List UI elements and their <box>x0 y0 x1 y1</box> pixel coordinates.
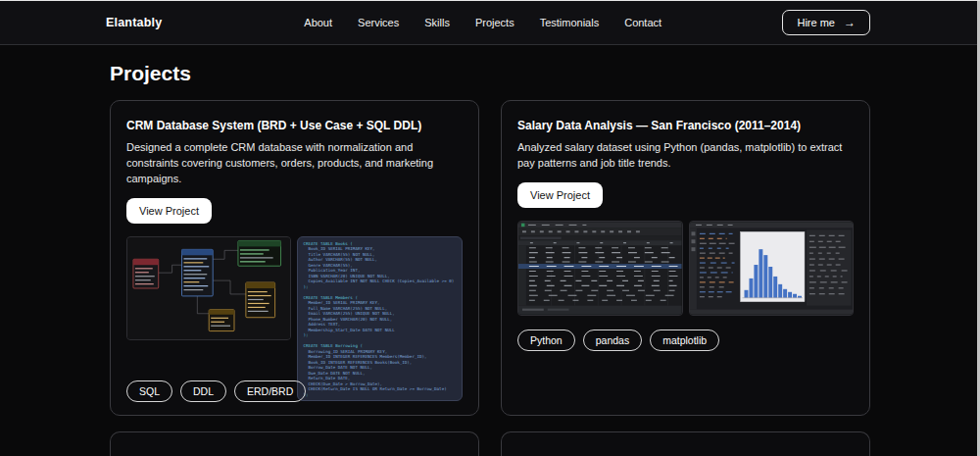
project-thumbnails: CREATE TABLE Books ( Book_ID SERIAL PRIM… <box>126 236 463 401</box>
tag-pill[interactable]: pandas <box>583 329 642 351</box>
tag-pill[interactable]: matplotlib <box>650 329 719 351</box>
project-card-salary: Salary Data Analysis — San Francisco (20… <box>501 100 870 416</box>
nav-link[interactable]: Skills <box>424 17 450 28</box>
nav-link[interactable]: Testimonials <box>540 17 600 28</box>
nav-link[interactable]: About <box>304 17 332 28</box>
tag-list: Pythonpandasmatplotlib <box>517 329 854 351</box>
project-title: CRM Database System (BRD + Use Case + SQ… <box>126 119 463 132</box>
portfolio-page: Elantably AboutServicesSkillsProjectsTes… <box>0 0 980 456</box>
code-line: CHECK(Return_Date IS NULL OR Return_Date… <box>303 386 457 392</box>
code-line: ); <box>303 392 457 398</box>
projects-grid-next-row <box>110 431 870 456</box>
view-project-button[interactable]: View Project <box>517 182 603 208</box>
tag-pill[interactable]: Python <box>517 329 575 351</box>
nav-link[interactable]: Projects <box>475 17 514 28</box>
nav-links: AboutServicesSkillsProjectsTestimonialsC… <box>304 17 662 28</box>
tag-pill[interactable]: SQL <box>126 380 172 402</box>
code-line: Copies_Available INT NOT NULL CHECK (Cop… <box>303 279 457 284</box>
projects-grid: CRM Database System (BRD + Use Case + SQ… <box>110 100 870 416</box>
nav-link[interactable]: Contact <box>624 17 662 28</box>
project-card-partial <box>110 431 479 456</box>
arrow-right-icon: → <box>844 17 856 28</box>
page-title: Projects <box>110 62 870 85</box>
spreadsheet-thumbnail[interactable] <box>517 221 683 316</box>
tag-pill[interactable]: DDL <box>180 380 226 402</box>
project-description: Analyzed salary dataset using Python (pa… <box>517 140 854 172</box>
brand-logo[interactable]: Elantably <box>106 16 162 29</box>
nav-link[interactable]: Services <box>358 17 399 28</box>
project-description: Designed a complete CRM database with no… <box>126 140 463 187</box>
project-card-crm: CRM Database System (BRD + Use Case + SQ… <box>110 100 479 416</box>
sql-code-thumbnail[interactable]: CREATE TABLE Books ( Book_ID SERIAL PRIM… <box>297 236 463 401</box>
notebook-histogram-thumbnail[interactable] <box>689 221 855 316</box>
project-thumbnails <box>517 221 854 316</box>
navbar: Elantably AboutServicesSkillsProjectsTes… <box>0 1 980 45</box>
project-title: Salary Data Analysis — San Francisco (20… <box>517 119 854 132</box>
erd-diagram-thumbnail[interactable] <box>126 236 291 340</box>
hire-me-label: Hire me <box>797 17 835 28</box>
tag-pill[interactable]: ERD/BRD <box>234 380 306 402</box>
hire-me-button[interactable]: Hire me → <box>782 10 870 35</box>
main-content: Projects CRM Database System (BRD + Use … <box>0 62 980 456</box>
tag-list: SQLDDLERD/BRD <box>126 380 306 402</box>
project-card-partial <box>501 431 870 456</box>
view-project-button[interactable]: View Project <box>126 198 212 224</box>
